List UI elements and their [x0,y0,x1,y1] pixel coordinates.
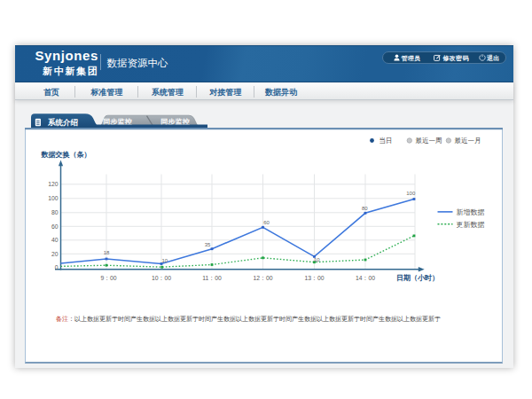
svg-text:80: 80 [51,209,59,215]
svg-text:13：00: 13：00 [305,275,325,281]
svg-text:当日: 当日 [379,137,393,145]
svg-text:10: 10 [161,258,168,263]
svg-text:最近一月: 最近一月 [455,137,481,145]
svg-text:备注：以上数据更新于时间产生数据以上数据更新于时间产生数据以: 备注：以上数据更新于时间产生数据以上数据更新于时间产生数据以上数据更新于时间产生… [56,315,441,323]
svg-text:100: 100 [406,191,416,196]
svg-text:20: 20 [51,251,59,257]
svg-text:9：00: 9：00 [100,275,116,281]
svg-text:14：00: 14：00 [356,275,375,281]
svg-text:60: 60 [263,220,270,225]
svg-text:40: 40 [51,237,59,243]
svg-text:0: 0 [55,264,59,270]
svg-text:系统介绍: 系统介绍 [47,118,79,127]
svg-text:80: 80 [362,206,368,211]
svg-text:35: 35 [205,242,211,247]
svg-text:11：00: 11：00 [202,275,222,281]
svg-text:数据交换（条）: 数据交换（条） [41,151,91,159]
svg-text:12：00: 12：00 [254,275,273,281]
svg-text:100: 100 [48,195,59,201]
svg-text:更新数据: 更新数据 [457,221,485,229]
svg-text:18: 18 [104,250,110,255]
svg-text:日期（小时）: 日期（小时） [396,274,439,282]
svg-text:新增数据: 新增数据 [457,208,485,216]
svg-text:10: 10 [314,257,320,262]
svg-text:10：00: 10：00 [152,275,171,281]
svg-text:最近一周: 最近一周 [416,137,442,145]
svg-text:120: 120 [48,181,59,187]
svg-text:60: 60 [51,223,59,230]
